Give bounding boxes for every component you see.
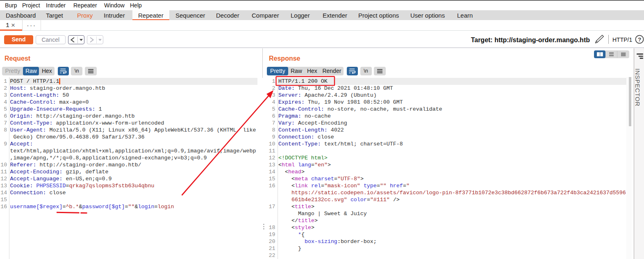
svg-text:?: ? bbox=[638, 36, 641, 43]
